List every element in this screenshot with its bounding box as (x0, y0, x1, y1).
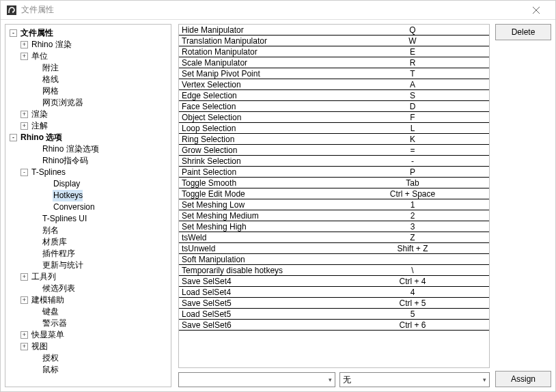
tree-item[interactable]: -Rhino 选项 (5, 132, 171, 143)
expand-icon[interactable]: + (20, 331, 28, 339)
hotkey-row[interactable]: Hide ManipulatorQ (179, 25, 489, 36)
hotkey-command-label: Save SelSet5 (179, 298, 336, 309)
hotkey-row[interactable]: Edge SelectionS (179, 90, 489, 101)
command-combo[interactable]: ▾ (178, 372, 335, 387)
delete-button[interactable]: Delete (495, 24, 551, 40)
expand-icon[interactable]: + (20, 122, 28, 130)
tree-item[interactable]: Conversion (5, 201, 171, 213)
tree-item[interactable]: Hotkeys (5, 190, 171, 201)
tree-item[interactable]: 插件程序 (5, 248, 171, 260)
hotkey-row[interactable]: Object SelectionF (179, 112, 489, 123)
hotkey-row[interactable]: Ring SelectionK (179, 134, 489, 145)
expand-icon[interactable]: + (20, 41, 28, 48)
hotkey-command-label: Set Manip Pivot Point (179, 68, 336, 79)
tree-item-label: 键盘 (42, 306, 59, 318)
tree-item[interactable]: Rhino指令码 (5, 155, 171, 167)
collapse-icon[interactable]: - (10, 29, 17, 37)
key-combo[interactable]: 无 ▾ (339, 372, 490, 387)
hotkey-row[interactable]: Soft Manipulation (179, 254, 489, 265)
hotkey-row[interactable]: Save SelSet5Ctrl + 5 (179, 298, 489, 309)
expand-icon[interactable]: + (20, 296, 28, 304)
hotkey-row[interactable]: Paint SelectionP (179, 167, 489, 178)
collapse-icon[interactable]: - (20, 169, 28, 176)
window-title: 文件属性 (21, 4, 523, 16)
hotkey-command-label: Set Meshing Medium (179, 210, 336, 221)
tree-item[interactable]: 网格 (5, 85, 171, 97)
tree-item[interactable]: 更新与统计 (5, 260, 171, 271)
tree-item[interactable]: +视图 (5, 341, 171, 352)
hotkey-row[interactable]: Rotation ManipulatorE (179, 46, 489, 57)
tree-item[interactable]: 格线 (5, 74, 171, 85)
hotkey-list[interactable]: Hide ManipulatorQTranslation Manipulator… (178, 24, 490, 368)
hotkey-key-value: 3 (336, 221, 489, 232)
collapse-icon[interactable]: - (10, 134, 17, 141)
close-button[interactable] (523, 1, 550, 19)
hotkey-row[interactable]: Toggle SmoothTab (179, 178, 489, 188)
hotkey-key-value: 4 (336, 287, 489, 298)
tree-item[interactable]: 候选列表 (5, 283, 171, 294)
assign-button[interactable]: Assign (495, 371, 551, 387)
assign-row: ▾ 无 ▾ (178, 372, 490, 387)
hotkey-key-value: 5 (336, 309, 489, 320)
tree-item-label: T-Splines (31, 167, 66, 178)
tree-item-label: 别名 (42, 225, 59, 236)
hotkey-row[interactable]: tsWeldZ (179, 232, 489, 243)
hotkey-row[interactable]: Set Meshing High3 (179, 221, 489, 232)
tree-item-label: 格线 (42, 74, 59, 85)
tree-item[interactable]: 警示器 (5, 318, 171, 329)
tree-item[interactable]: 网页浏览器 (5, 97, 171, 109)
tree-item[interactable]: Rhino 渲染选项 (5, 143, 171, 155)
tree-item[interactable]: 材质库 (5, 236, 171, 248)
hotkey-command-label: Load SelSet5 (179, 309, 336, 320)
tree-item[interactable]: +Rhino 渲染 (5, 39, 171, 51)
expand-icon[interactable]: + (20, 53, 28, 60)
hotkey-command-label: Shrink Selection (179, 156, 336, 167)
hotkey-key-value: Z (336, 232, 489, 243)
tree-item[interactable]: +工具列 (5, 271, 171, 283)
tree-item[interactable]: +渲染 (5, 109, 171, 120)
hotkey-row[interactable]: Toggle Edit ModeCtrl + Space (179, 188, 489, 199)
tree-item[interactable]: 鼠标 (5, 364, 171, 376)
expand-icon[interactable]: + (20, 111, 28, 118)
hotkey-row[interactable]: Grow Selection= (179, 145, 489, 156)
hotkey-row[interactable]: Loop SelectionL (179, 123, 489, 134)
hotkey-command-label: Scale Manipulator (179, 57, 336, 68)
tree-item[interactable]: 键盘 (5, 306, 171, 318)
hotkey-row[interactable]: Load SelSet44 (179, 287, 489, 298)
nav-tree[interactable]: -文件属性+Rhino 渲染+单位附注格线网格网页浏览器+渲染+注解-Rhino… (5, 24, 171, 387)
tree-item[interactable]: 附注 (5, 62, 171, 74)
hotkey-row[interactable]: Load SelSet55 (179, 309, 489, 320)
tree-item[interactable]: Display (5, 178, 171, 190)
hotkey-row[interactable]: Scale ManipulatorR (179, 57, 489, 68)
hotkey-row[interactable]: Save SelSet4Ctrl + 4 (179, 276, 489, 287)
tree-item-label: 插件程序 (42, 248, 75, 260)
tree-item[interactable]: 别名 (5, 225, 171, 236)
expand-icon[interactable]: + (20, 273, 28, 281)
side-buttons: Delete Assign (495, 24, 551, 387)
tree-item-label: 视图 (31, 341, 48, 352)
tree-item[interactable]: +快显菜单 (5, 329, 171, 341)
hotkey-key-value: S (336, 90, 489, 101)
expand-icon[interactable]: + (20, 343, 28, 350)
tree-item[interactable]: +建模辅助 (5, 294, 171, 306)
tree-item[interactable]: T-Splines UI (5, 213, 171, 225)
tree-item-label: Hotkeys (53, 190, 83, 201)
hotkey-row[interactable]: Shrink Selection- (179, 156, 489, 167)
tree-item[interactable]: -T-Splines (5, 167, 171, 178)
hotkey-row[interactable]: Set Manip Pivot PointT (179, 68, 489, 79)
hotkey-row[interactable]: tsUnweldShift + Z (179, 243, 489, 254)
hotkey-row[interactable]: Set Meshing Low1 (179, 199, 489, 210)
tree-item[interactable]: +注解 (5, 120, 171, 132)
tree-item[interactable]: 授权 (5, 352, 171, 364)
hotkey-row[interactable]: Save SelSet6Ctrl + 6 (179, 320, 489, 331)
hotkey-row[interactable]: Face SelectionD (179, 101, 489, 112)
hotkey-row[interactable]: Temporarily disable hotkeys\ (179, 265, 489, 276)
tree-item[interactable]: -文件属性 (5, 27, 171, 39)
hotkey-row[interactable]: Set Meshing Medium2 (179, 210, 489, 221)
hotkey-row[interactable]: Translation ManipulatorW (179, 36, 489, 46)
tree-item[interactable]: +单位 (5, 51, 171, 62)
hotkey-row[interactable]: Vertex SelectionA (179, 79, 489, 90)
hotkey-command-label: Soft Manipulation (179, 254, 336, 265)
hotkey-command-label: Loop Selection (179, 123, 336, 134)
hotkey-key-value: P (336, 167, 489, 178)
